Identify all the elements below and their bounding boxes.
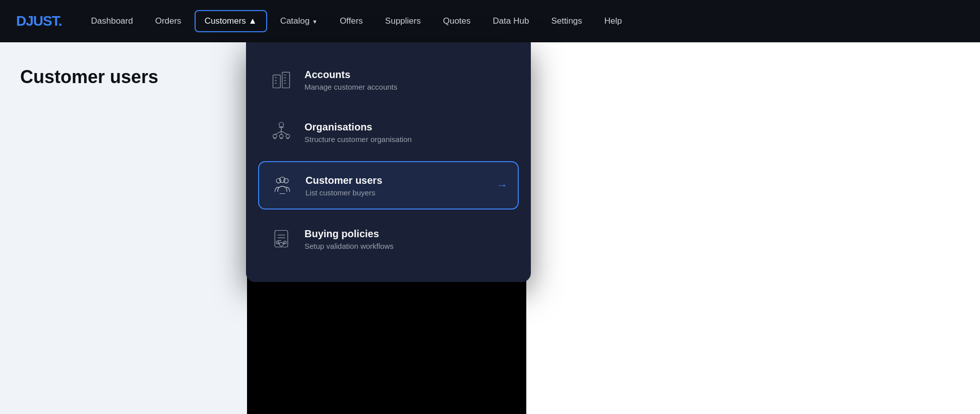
users-icon (269, 172, 295, 198)
dropdown-item-buying-policies[interactable]: Buying policies Setup validation workflo… (258, 216, 519, 262)
catalog-chevron-icon: ▼ (312, 19, 318, 25)
svg-line-15 (281, 131, 288, 134)
svg-rect-23 (275, 231, 288, 247)
customers-dropdown: Accounts Manage customer accounts (246, 42, 531, 282)
svg-point-18 (286, 134, 289, 138)
page-left-panel: Customer users (0, 42, 247, 414)
accounts-label: Accounts (304, 68, 509, 81)
nav-item-settings[interactable]: Settings (542, 11, 591, 31)
nav-item-help[interactable]: Help (595, 11, 631, 31)
svg-point-27 (279, 242, 283, 246)
nav-item-datahub[interactable]: Data Hub (484, 11, 538, 31)
svg-point-17 (279, 134, 283, 138)
organisations-text: Organisations Structure customer organis… (304, 120, 509, 144)
buying-policies-desc: Setup validation workflows (304, 242, 509, 250)
customer-users-text: Customer users List customer buyers (305, 174, 482, 197)
dropdown-item-customer-users[interactable]: Customer users List customer buyers → (258, 161, 519, 210)
page-right-panel (526, 42, 980, 414)
buying-policies-label: Buying policies (304, 227, 509, 240)
svg-point-11 (279, 122, 283, 127)
page-title: Customer users (20, 66, 227, 88)
customer-users-label: Customer users (305, 174, 482, 187)
customer-users-arrow-icon: → (497, 179, 508, 192)
svg-rect-1 (282, 72, 290, 88)
customer-users-desc: List customer buyers (305, 188, 482, 197)
logo-dot: . (58, 13, 62, 29)
nav-item-suppliers[interactable]: Suppliers (376, 11, 430, 31)
organisations-label: Organisations (304, 120, 509, 133)
nav-item-offers[interactable]: Offers (331, 11, 372, 31)
org-icon (268, 119, 294, 145)
navbar: DJUST. Dashboard Orders Customers ▲ Cata… (0, 0, 980, 42)
svg-point-19 (276, 178, 281, 183)
policy-icon (268, 226, 294, 252)
svg-line-13 (275, 131, 281, 134)
dropdown-item-accounts[interactable]: Accounts Manage customer accounts (258, 56, 519, 103)
building-icon (268, 66, 294, 93)
logo-text: DJUST (16, 13, 58, 29)
logo[interactable]: DJUST. (16, 13, 62, 29)
buying-policies-text: Buying policies Setup validation workflo… (304, 227, 509, 250)
accounts-text: Accounts Manage customer accounts (304, 68, 509, 91)
svg-point-16 (273, 134, 277, 138)
organisations-desc: Structure customer organisation (304, 135, 509, 144)
accounts-desc: Manage customer accounts (304, 83, 509, 91)
customers-chevron-icon: ▲ (249, 16, 257, 26)
nav-item-quotes[interactable]: Quotes (434, 11, 480, 31)
nav-item-catalog[interactable]: Catalog ▼ (271, 11, 327, 31)
dropdown-item-organisations[interactable]: Organisations Structure customer organis… (258, 109, 519, 155)
svg-point-20 (284, 178, 288, 183)
nav-item-dashboard[interactable]: Dashboard (82, 11, 142, 31)
svg-rect-0 (273, 75, 281, 88)
nav-item-orders[interactable]: Orders (146, 11, 191, 31)
nav-item-customers[interactable]: Customers ▲ (195, 10, 267, 32)
svg-point-21 (280, 177, 285, 183)
